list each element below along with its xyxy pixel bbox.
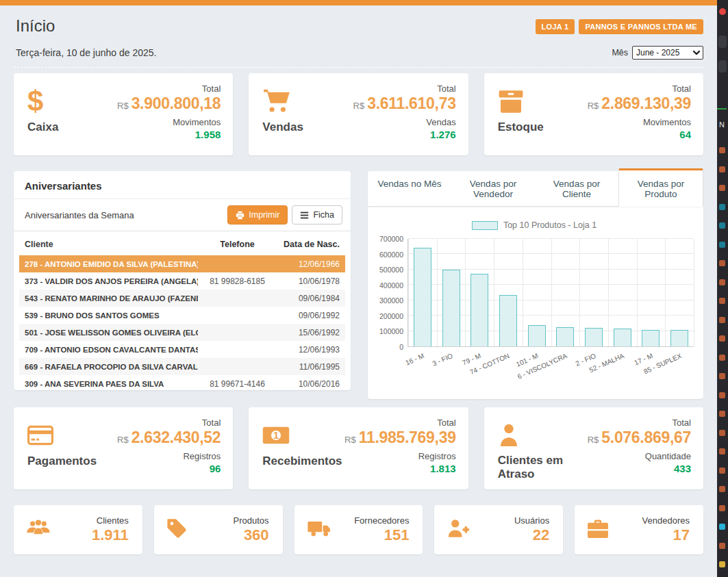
mini-cards: Clientes 1.911 Produtos 360 Fornecedor [14,505,703,554]
mini-card-label: Vendedores [642,515,690,526]
table-row[interactable]: 669 - RAFAELA PROCOPIO DA SILVA CARVALHO… [19,358,345,375]
dashboard-page: Início LOJA 1 PANNOS E PANNOS LTDA ME Te… [0,0,728,577]
legend-swatch [472,221,498,230]
stat-card-label: Vendas [262,120,303,134]
count-label: Registros [344,451,456,461]
chart-bar [470,274,488,346]
chart-x-label: 6 - VISCOLYCRA [516,352,568,381]
table-row[interactable]: 709 - ANTONIO EDSON CAVALCANTE DANTAS 12… [19,341,345,358]
tab-vendas-no-mes[interactable]: Vendas no Mês [368,171,451,206]
chart-x-label: 3 - FIO [431,352,453,368]
chart-gridline [494,239,494,346]
cart-icon [262,84,303,119]
sales-tabs: Vendas no Mês Vendas por Vendedor Vendas… [368,171,703,207]
total-value: R$2.632.430,52 [117,428,221,447]
table-row[interactable]: 278 - ANTONIO EMIDIO DA SILVA (PALESTINA… [19,255,345,272]
tab-vendas-por-cliente[interactable]: Vendas por Cliente [535,171,618,206]
table-row[interactable]: 309 - ANA SEVERINA PAES DA SILVA 81 9967… [19,375,345,390]
count-value: 433 [588,463,691,474]
date-row: Terça-feira, 10 de junho de 2025. Mês Ju… [14,46,703,68]
chart-bar [556,327,574,346]
table-row[interactable]: 543 - RENATO MARINHO DE ARAUJO (FAZEND..… [19,290,345,307]
chart-panel: Top 10 Produtos - Loja 1 010000020000030… [368,207,703,399]
chart-gridline [523,239,523,346]
mini-card-value: 1.911 [92,526,129,544]
mini-card-clientes: Clientes 1.911 [14,505,142,554]
mini-card-label: Clientes [92,515,129,526]
box-icon [498,84,544,119]
tag-icon [166,518,187,541]
background-window-item [719,524,725,530]
background-window-item [719,561,725,567]
legend-label: Top 10 Produtos - Loja 1 [503,220,597,230]
chart-y-tick: 600000 [379,251,403,259]
month-selector: Mês June - 2025 [612,46,703,60]
main-content: Início LOJA 1 PANNOS E PANNOS LTDA ME Te… [14,5,703,554]
birthdays-title: Aniversariantes [14,171,351,199]
count-value: 64 [588,129,691,140]
total-label: Total [117,418,221,428]
user-icon [498,418,588,452]
mini-card-value: 22 [514,526,549,544]
sales-chart-section: Vendas no Mês Vendas por Vendedor Vendas… [368,171,703,390]
printer-icon [236,211,244,220]
ficha-button[interactable]: Ficha [292,205,342,225]
mini-card-label: Fornecedores [354,515,409,526]
mini-card-value: 360 [234,526,269,544]
background-window-item [718,36,727,48]
chart-y-tick: 500000 [379,266,403,274]
chart-y-tick: 100000 [379,327,403,335]
background-window-item [719,543,725,549]
table-row[interactable]: 539 - BRUNO DOS SANTOS GOMES 09/06/1992 [19,307,345,324]
chart-bar [528,325,546,346]
stat-card-label: Pagamentos [27,454,97,468]
month-select[interactable]: June - 2025 [632,46,703,60]
tab-vendas-por-vendedor[interactable]: Vendas por Vendedor [451,171,535,206]
header: Início LOJA 1 PANNOS E PANNOS LTDA ME [14,16,703,36]
tab-vendas-por-produto[interactable]: Vendas por Produto [618,168,703,207]
chart-bar [499,295,517,346]
mini-card-fornecedores: Fornecedores 151 [294,505,423,554]
count-label: Registros [117,451,221,461]
chart-bar [642,330,660,346]
list-icon [300,211,309,220]
col-client-header: Cliente [25,240,198,249]
background-window-item [719,185,725,191]
chart-bar [414,248,431,346]
col-phone-header: Telefone [198,240,277,249]
background-window-item [719,222,725,229]
background-window-strip: N [717,0,728,577]
background-window-item [719,298,725,304]
briefcase-icon [587,519,609,541]
total-label: Total [117,84,221,94]
mini-card-vendedores: Vendedores 17 [575,505,703,554]
background-window-item [719,467,725,474]
user-plus-icon [447,519,470,541]
background-window-item [719,430,725,436]
stat-card-label: Recebimentos [262,454,342,468]
chart-y-tick: 200000 [379,312,403,320]
background-window-item [719,355,725,361]
chart-gridline [694,239,694,346]
chart-y-tick: 0 [399,343,403,351]
mini-card-label: Usuários [514,515,549,526]
stat-card-label: Caixa [27,120,58,134]
background-window-item [719,448,725,454]
page-title: Início [16,16,55,36]
table-row[interactable]: 373 - VALDIR DOS ANJOS PEREIRA (ANGELA) … [19,272,345,290]
stat-cards-bottom: Pagamentos Total R$2.632.430,52 Registro… [14,407,703,489]
chart-bar [614,329,631,346]
count-value: 96 [117,463,221,474]
col-birth-header: Data de Nasc. [277,240,340,249]
total-value: R$11.985.769,39 [344,428,456,447]
count-value: 1.958 [117,129,221,140]
table-row[interactable]: 501 - JOSE WELISSON GOMES OLIVEIRA (ELC.… [19,324,345,341]
background-window-item [719,204,725,210]
background-window-item [719,166,725,172]
print-button[interactable]: Imprimir [227,205,288,225]
chart-gridline [665,239,666,346]
mini-card-label: Produtos [234,515,269,526]
background-window-item [719,505,725,511]
company-badge: PANNOS E PANNOS LTDA ME [579,19,703,34]
chart-legend: Top 10 Produtos - Loja 1 [375,220,694,230]
